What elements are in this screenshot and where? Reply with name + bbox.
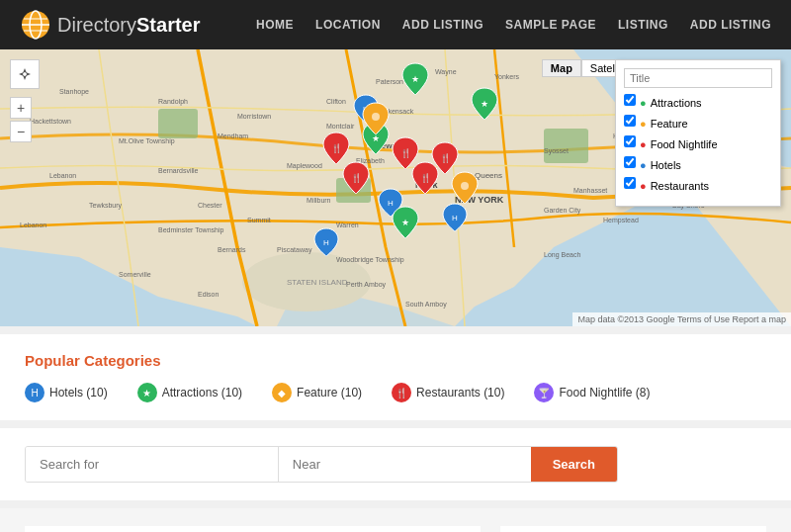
svg-text:Somerville: Somerville bbox=[119, 271, 151, 278]
svg-text:🍴: 🍴 bbox=[420, 172, 432, 184]
svg-text:Chester: Chester bbox=[198, 202, 222, 209]
svg-text:Piscataway: Piscataway bbox=[277, 246, 312, 254]
search-bar: Search bbox=[25, 446, 618, 483]
nav-listing[interactable]: LISTING bbox=[618, 18, 668, 32]
svg-rect-8 bbox=[158, 109, 198, 138]
logo-icon bbox=[20, 9, 51, 41]
logo-text: DirectoryStarter bbox=[57, 14, 201, 37]
nav-home[interactable]: HOME bbox=[256, 18, 294, 32]
svg-text:Syosset: Syosset bbox=[544, 147, 569, 155]
svg-text:★: ★ bbox=[411, 74, 419, 84]
filter-food-label: Food Nightlife bbox=[651, 138, 718, 150]
map-filter-overlay: ● Attractions ● Feature ● Food Nightlife… bbox=[615, 59, 781, 207]
filter-restaurants-label: Restaurants bbox=[651, 180, 709, 192]
svg-text:★: ★ bbox=[401, 218, 409, 227]
filter-hotels-label: Hotels bbox=[651, 159, 681, 171]
svg-text:🍴: 🍴 bbox=[400, 147, 412, 159]
map-footer: Map data ©2013 Google Terms of Use Repor… bbox=[572, 312, 791, 326]
search-input[interactable] bbox=[26, 447, 279, 482]
header: DirectoryStarter HOME LOCATION ADD LISTI… bbox=[0, 0, 791, 49]
svg-text:Millburn: Millburn bbox=[307, 197, 331, 204]
svg-text:★: ★ bbox=[481, 99, 488, 109]
svg-text:Summit: Summit bbox=[247, 217, 271, 223]
svg-text:Yonkers: Yonkers bbox=[494, 73, 520, 80]
nav-location[interactable]: LOCATION bbox=[315, 18, 381, 32]
svg-text:Hackettstown: Hackettstown bbox=[30, 118, 71, 125]
svg-text:STATEN ISLAND: STATEN ISLAND bbox=[287, 278, 348, 287]
svg-text:Edison: Edison bbox=[198, 291, 220, 298]
svg-marker-73 bbox=[26, 72, 31, 76]
search-section: Search bbox=[0, 428, 791, 500]
main-nav: HOME LOCATION ADD LISTING SAMPLE PAGE LI… bbox=[256, 18, 771, 32]
svg-marker-72 bbox=[19, 72, 24, 76]
food-nightlife-icon: 🍸 bbox=[534, 383, 554, 402]
hotels-label: Hotels (10) bbox=[49, 386, 108, 399]
svg-text:Long Beach: Long Beach bbox=[544, 251, 580, 259]
svg-text:Bedminster Township: Bedminster Township bbox=[158, 226, 224, 234]
svg-text:Clifton: Clifton bbox=[326, 98, 346, 105]
svg-text:South Amboy: South Amboy bbox=[405, 301, 447, 309]
category-hotels[interactable]: H Hotels (10) bbox=[25, 383, 108, 402]
filter-restaurants: ● Restaurants bbox=[624, 177, 772, 195]
restaurants-label: Restaurants (10) bbox=[416, 386, 504, 399]
nav-add-listing-1[interactable]: ADD LISTING bbox=[402, 18, 483, 32]
filter-attractions: ● Attractions bbox=[624, 94, 772, 112]
feature-icon: ◆ bbox=[272, 383, 292, 402]
svg-text:Wayne: Wayne bbox=[435, 68, 457, 76]
filter-hotels-checkbox[interactable] bbox=[624, 156, 636, 168]
filter-restaurants-checkbox[interactable] bbox=[624, 177, 636, 189]
svg-text:Lebanon: Lebanon bbox=[20, 222, 46, 228]
svg-text:Morristown: Morristown bbox=[237, 113, 271, 120]
svg-text:Lebanon: Lebanon bbox=[49, 172, 76, 179]
category-food-nightlife[interactable]: 🍸 Food Nightlife (8) bbox=[534, 383, 650, 402]
svg-text:H: H bbox=[388, 199, 394, 208]
categories-list: H Hotels (10) ★ Attractions (10) ◆ Featu… bbox=[25, 383, 766, 402]
svg-rect-10 bbox=[544, 129, 588, 163]
categories-section: Popular Categories H Hotels (10) ★ Attra… bbox=[0, 334, 791, 420]
svg-text:🍴: 🍴 bbox=[440, 152, 452, 164]
svg-text:Warren: Warren bbox=[336, 222, 359, 228]
nav-sample-page[interactable]: SAMPLE PAGE bbox=[505, 18, 596, 32]
feature-label: Feature (10) bbox=[297, 386, 362, 399]
filter-feature: ● Feature bbox=[624, 115, 772, 133]
map-navigate-control[interactable] bbox=[10, 59, 40, 89]
nav-add-listing-2[interactable]: ADD LISTING bbox=[690, 18, 771, 32]
svg-text:Queens: Queens bbox=[475, 171, 502, 180]
attractions-label: Attractions (10) bbox=[162, 386, 242, 399]
svg-text:Maplewood: Maplewood bbox=[287, 162, 322, 170]
zoom-out-button[interactable]: − bbox=[10, 121, 32, 142]
svg-text:Mendham: Mendham bbox=[218, 133, 248, 139]
logo: DirectoryStarter bbox=[20, 9, 201, 41]
svg-point-69 bbox=[461, 182, 469, 190]
svg-text:Paterson: Paterson bbox=[376, 78, 403, 85]
svg-text:H: H bbox=[323, 238, 329, 247]
svg-text:Manhasset: Manhasset bbox=[573, 187, 607, 194]
categories-title: Popular Categories bbox=[25, 352, 766, 369]
food-nightlife-label: Food Nightlife (8) bbox=[559, 386, 650, 399]
map-title-filter[interactable] bbox=[624, 68, 772, 88]
hotels-icon: H bbox=[25, 383, 44, 402]
popular-places-panel: Popular Places View all 1 Buddakan The E… bbox=[25, 526, 481, 532]
svg-text:Tewksbury: Tewksbury bbox=[89, 202, 123, 210]
filter-hotels: ● Hotels bbox=[624, 156, 772, 174]
svg-text:Stanhope: Stanhope bbox=[59, 88, 89, 96]
svg-text:Woodbridge Township: Woodbridge Township bbox=[336, 256, 404, 264]
svg-text:Bernardsville: Bernardsville bbox=[158, 167, 199, 174]
near-input[interactable] bbox=[279, 447, 531, 482]
filter-feature-label: Feature bbox=[651, 118, 688, 130]
zoom-in-button[interactable]: + bbox=[10, 97, 32, 119]
filter-food-nightlife: ● Food Nightlife bbox=[624, 135, 772, 153]
filter-attractions-checkbox[interactable] bbox=[624, 94, 636, 106]
category-attractions[interactable]: ★ Attractions (10) bbox=[137, 383, 242, 402]
navigate-icon bbox=[17, 66, 33, 82]
filter-food-checkbox[interactable] bbox=[624, 135, 636, 147]
svg-text:🍴: 🍴 bbox=[331, 142, 343, 154]
zoom-controls: + − bbox=[10, 97, 32, 142]
category-feature[interactable]: ◆ Feature (10) bbox=[272, 383, 362, 402]
svg-text:Bernards: Bernards bbox=[218, 246, 246, 253]
search-button[interactable]: Search bbox=[531, 447, 617, 482]
filter-feature-checkbox[interactable] bbox=[624, 115, 636, 127]
map-view-button[interactable]: Map bbox=[542, 59, 581, 77]
svg-text:Perth Amboy: Perth Amboy bbox=[346, 281, 387, 289]
category-restaurants[interactable]: 🍴 Restaurants (10) bbox=[392, 383, 504, 402]
